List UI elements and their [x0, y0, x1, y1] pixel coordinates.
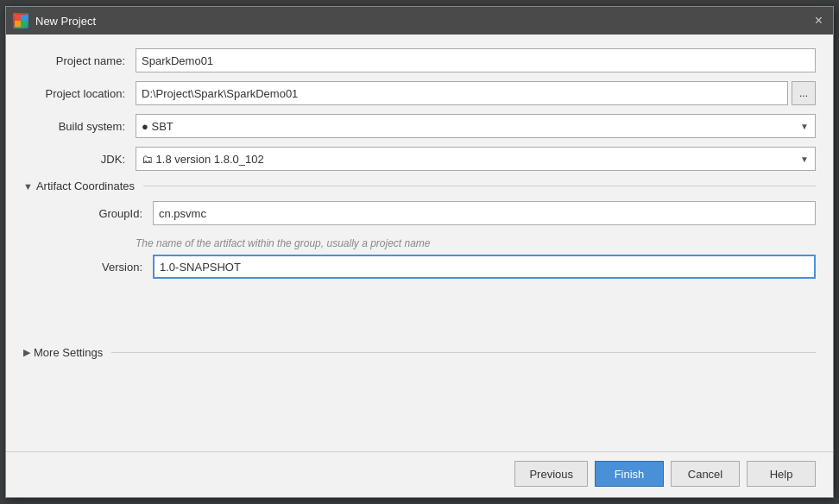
artifact-separator-row: ▼ Artifact Coordinates [23, 180, 816, 192]
group-id-control [153, 201, 816, 225]
build-system-label: Build system: [23, 120, 136, 133]
title-bar: New Project × [6, 7, 833, 35]
project-location-label: Project location: [23, 87, 136, 100]
title-bar-left: New Project [13, 13, 96, 28]
jdk-label: JDK: [23, 153, 136, 166]
more-settings-row[interactable]: ▶ More Settings [23, 339, 816, 366]
artifact-chevron-icon[interactable]: ▼ [23, 181, 33, 192]
dialog-footer: Previous Finish Cancel Help [6, 451, 833, 497]
finish-button[interactable]: Finish [595, 461, 664, 487]
group-id-label: GroupId: [41, 207, 153, 220]
group-id-hint: The name of the artifact within the grou… [23, 234, 816, 255]
help-button[interactable]: Help [747, 461, 816, 487]
cancel-button[interactable]: Cancel [671, 461, 740, 487]
build-system-row: Build system: ● SBT Maven Gradle ▼ [23, 114, 816, 138]
new-project-dialog: New Project × Project name: Project loca… [5, 6, 834, 498]
jdk-dropdown-wrap[interactable]: 🗂 1.8 version 1.8.0_102 ▼ [136, 147, 816, 171]
version-row: Version: [23, 255, 816, 279]
svg-rect-1 [21, 15, 27, 21]
svg-rect-0 [15, 15, 21, 21]
project-location-input[interactable] [136, 81, 788, 105]
artifact-separator-line [143, 186, 816, 186]
project-name-control [136, 48, 816, 72]
project-location-control: ... [136, 81, 816, 105]
more-settings-label: More Settings [34, 346, 103, 359]
build-system-select[interactable]: ● SBT Maven Gradle [136, 114, 816, 138]
browse-button[interactable]: ... [792, 81, 816, 105]
build-system-control: ● SBT Maven Gradle ▼ [136, 114, 816, 138]
more-settings-separator [111, 352, 816, 353]
more-settings-chevron-icon: ▶ [23, 347, 30, 358]
artifact-section-title: Artifact Coordinates [36, 180, 135, 192]
app-icon [13, 13, 28, 28]
previous-button[interactable]: Previous [514, 461, 588, 487]
build-system-dropdown-wrap[interactable]: ● SBT Maven Gradle ▼ [136, 114, 816, 138]
jdk-control: 🗂 1.8 version 1.8.0_102 ▼ [136, 147, 816, 171]
dialog-title: New Project [35, 15, 96, 28]
svg-rect-3 [21, 21, 27, 27]
svg-rect-2 [15, 21, 21, 27]
project-name-input[interactable] [136, 48, 816, 72]
version-control [153, 255, 816, 279]
jdk-row: JDK: 🗂 1.8 version 1.8.0_102 ▼ [23, 147, 816, 171]
project-location-row: Project location: ... [23, 81, 816, 105]
project-name-label: Project name: [23, 54, 136, 67]
close-button[interactable]: × [811, 12, 826, 29]
project-name-row: Project name: [23, 48, 816, 72]
jdk-select[interactable]: 🗂 1.8 version 1.8.0_102 [136, 147, 816, 171]
group-id-input[interactable] [153, 201, 816, 225]
version-input[interactable] [153, 255, 816, 279]
dialog-body: Project name: Project location: ... Buil… [6, 35, 833, 451]
version-label: Version: [41, 261, 153, 274]
group-id-row: GroupId: [23, 201, 816, 225]
